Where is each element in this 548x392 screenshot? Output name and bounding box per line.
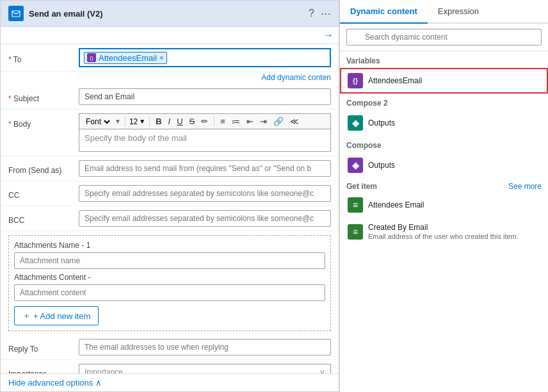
add-dynamic-content-link[interactable]: Add dynamic conten <box>261 73 331 82</box>
bcc-input-wrap <box>79 210 331 227</box>
more-format-button[interactable]: ≪ <box>288 116 301 127</box>
more-options-icon[interactable]: ⋯ <box>321 8 331 20</box>
unordered-list-button[interactable]: ≡ <box>218 116 227 127</box>
cc-row: CC <box>1 181 339 206</box>
compose-outputs-name: Outputs <box>368 161 540 170</box>
link-button[interactable]: 🔗 <box>271 116 286 127</box>
cc-input-wrap <box>79 185 331 202</box>
section-header-variables: Variables <box>340 51 548 68</box>
body-edit-area[interactable]: Specify the body of the mail <box>79 129 331 152</box>
toolbar-separator-2 <box>149 117 150 127</box>
importance-chevron-icon: ∨ <box>319 368 325 373</box>
indent-increase-button[interactable]: ⇥ <box>258 116 269 127</box>
hide-advanced-label: Hide advanced options <box>8 378 93 388</box>
tab-dynamic-content[interactable]: Dynamic content <box>340 0 428 24</box>
to-cursor-input[interactable] <box>170 53 189 62</box>
body-toolbar: Font ▼ 12 ▼ B I U S ✏ ≡ ≔ <box>79 113 331 129</box>
from-input[interactable] <box>79 160 331 177</box>
underline-button[interactable]: U <box>175 116 184 127</box>
help-icon[interactable]: ? <box>309 8 314 19</box>
attach-name-input[interactable] <box>14 252 325 269</box>
bold-button[interactable]: B <box>154 116 163 127</box>
reply-to-input-wrap <box>79 339 331 355</box>
reply-to-input[interactable] <box>79 339 331 355</box>
section-header-compose: Compose <box>340 136 548 152</box>
dynamic-item-attendees-email[interactable]: {} AttendeesEmail <box>340 68 548 94</box>
scroll-controls: → <box>1 27 339 44</box>
italic-button[interactable]: I <box>166 116 173 127</box>
font-dropdown-icon: ▼ <box>115 118 121 125</box>
attendees-email-field-content: Attendees Email <box>368 200 540 209</box>
attendees-email-tag[interactable]: {} AttendeesEmail × <box>84 52 167 64</box>
email-form-panel: Send an email (V2) ? ⋯ → To {} Attendees… <box>0 0 339 392</box>
attach-content-label: Attachments Content - <box>14 273 325 282</box>
dynamic-search-wrap: 🔍 <box>340 24 548 51</box>
to-field[interactable]: {} AttendeesEmail × <box>79 48 331 67</box>
indent-decrease-button[interactable]: ⇤ <box>245 116 255 127</box>
attendees-email-field-name: Attendees Email <box>368 200 540 209</box>
subject-input[interactable] <box>79 88 331 105</box>
hide-advanced-button[interactable]: Hide advanced options ∧ <box>8 378 331 388</box>
subject-input-wrap <box>79 88 331 105</box>
dynamic-search-input[interactable] <box>346 29 542 45</box>
header-actions: ? ⋯ <box>309 8 331 20</box>
section-header-compose2: Compose 2 <box>340 94 548 110</box>
compose2-outputs-icon: ◈ <box>348 115 363 131</box>
add-new-label: + Add new item <box>33 311 90 321</box>
chevron-up-icon: ∧ <box>95 378 102 388</box>
attendees-email-name: AttendeesEmail <box>368 76 540 85</box>
importance-label: Importance <box>8 366 79 373</box>
created-by-email-icon: ≡ <box>348 224 363 240</box>
toolbar-separator-3 <box>214 117 214 127</box>
bcc-row: BCC <box>1 206 339 231</box>
panel-header: Send an email (V2) ? ⋯ <box>1 1 339 27</box>
pencil-button[interactable]: ✏ <box>199 116 210 127</box>
font-size-arrow[interactable]: ▼ <box>139 118 145 125</box>
body-label: Body <box>8 113 79 129</box>
search-inner: 🔍 <box>346 29 542 45</box>
bcc-label: BCC <box>8 212 79 225</box>
from-input-wrap <box>79 160 331 177</box>
attach-content-input[interactable] <box>14 284 325 301</box>
attach-name-label: Attachments Name - 1 <box>14 241 325 250</box>
add-new-item-button[interactable]: ＋ + Add new item <box>14 306 99 325</box>
dynamic-item-compose2-outputs[interactable]: ◈ Outputs <box>340 110 548 136</box>
reply-to-label: Reply To <box>8 341 79 354</box>
ordered-list-button[interactable]: ≔ <box>230 116 242 127</box>
compose2-outputs-name: Outputs <box>368 118 540 127</box>
attendees-email-field-icon: ≡ <box>348 197 363 213</box>
dynamic-content-body: Variables {} AttendeesEmail Compose 2 ◈ … <box>340 51 548 392</box>
compose2-outputs-content: Outputs <box>368 118 540 127</box>
scroll-right-icon[interactable]: → <box>323 29 334 41</box>
strikethrough-button[interactable]: S <box>188 116 197 127</box>
dynamic-item-created-by-email[interactable]: ≡ Created By Email Email address of the … <box>340 218 548 245</box>
body-input-wrap: Font ▼ 12 ▼ B I U S ✏ ≡ ≔ <box>79 113 331 152</box>
importance-placeholder: Importance <box>85 368 123 373</box>
font-select[interactable]: Font <box>83 117 112 127</box>
attendees-email-variable-icon: {} <box>348 73 363 88</box>
form-body: To {} AttendeesEmail × Add dynamic conte… <box>1 44 339 373</box>
created-by-email-desc: Email address of the user who created th… <box>368 233 540 240</box>
cc-input[interactable] <box>79 185 331 202</box>
tab-expression[interactable]: Expression <box>428 0 489 24</box>
tag-close-icon[interactable]: × <box>159 54 163 61</box>
importance-dropdown[interactable]: Importance ∨ <box>79 364 331 373</box>
attachments-section: Attachments Name - 1 Attachments Content… <box>8 235 331 331</box>
see-more-link[interactable]: See more <box>508 182 542 191</box>
to-label: To <box>8 51 79 64</box>
created-by-email-name: Created By Email <box>368 223 540 232</box>
body-row: Body Font ▼ 12 ▼ B I U S <box>1 110 339 156</box>
from-row: From (Send as) <box>1 156 339 181</box>
font-size-value: 12 <box>129 117 138 126</box>
bcc-input[interactable] <box>79 210 331 227</box>
tag-label: AttendeesEmail <box>99 53 157 63</box>
section-header-get-item: Get item <box>346 182 377 191</box>
dynamic-item-attendees-email-field[interactable]: ≡ Attendees Email <box>340 192 548 218</box>
dynamic-item-compose-outputs[interactable]: ◈ Outputs <box>340 152 548 178</box>
to-input-wrap: {} AttendeesEmail × <box>79 48 331 67</box>
attendees-email-content: AttendeesEmail <box>368 76 540 85</box>
dynamic-content-panel: Dynamic content Expression 🔍 Variables {… <box>339 0 548 392</box>
importance-row: Importance Importance ∨ <box>1 360 339 373</box>
tag-variable-icon: {} <box>87 53 96 62</box>
from-label: From (Send as) <box>8 162 79 175</box>
